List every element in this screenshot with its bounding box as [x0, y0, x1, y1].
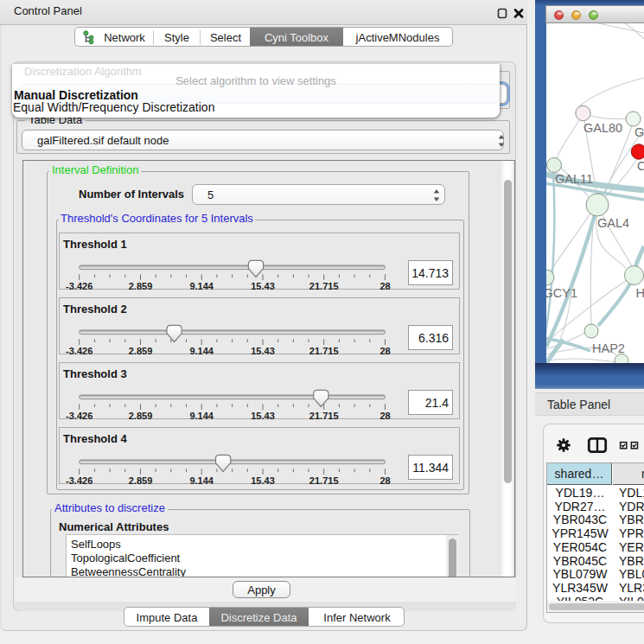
- svg-text:9.144: 9.144: [189, 281, 214, 291]
- svg-text:CYC: CYC: [637, 159, 644, 173]
- svg-text:9.144: 9.144: [189, 346, 214, 356]
- svg-text:15.43: 15.43: [251, 411, 275, 421]
- svg-text:HAP2: HAP2: [592, 341, 625, 355]
- svg-text:28: 28: [379, 281, 390, 291]
- svg-text:15.43: 15.43: [251, 281, 275, 291]
- svg-text:15.43: 15.43: [251, 475, 275, 486]
- svg-text:-3.426: -3.426: [66, 346, 92, 356]
- svg-text:GAL11: GAL11: [555, 172, 593, 186]
- svg-text:-3.426: -3.426: [66, 281, 92, 291]
- svg-text:GCY1: GCY1: [546, 286, 577, 300]
- svg-text:2.859: 2.859: [129, 281, 153, 291]
- svg-text:21.715: 21.715: [309, 475, 339, 486]
- svg-text:21.715: 21.715: [309, 411, 339, 421]
- svg-text:HIS4: HIS4: [636, 286, 644, 300]
- svg-text:2.859: 2.859: [129, 346, 153, 356]
- svg-text:9.144: 9.144: [189, 411, 214, 421]
- svg-text:15.43: 15.43: [251, 346, 275, 356]
- svg-text:9.144: 9.144: [189, 475, 214, 486]
- svg-text:2.859: 2.859: [129, 475, 153, 486]
- svg-text:GAL80: GAL80: [583, 121, 622, 135]
- svg-text:21.715: 21.715: [309, 281, 339, 291]
- svg-text:-3.426: -3.426: [66, 475, 92, 486]
- svg-text:28: 28: [379, 411, 390, 421]
- svg-text:28: 28: [379, 346, 390, 356]
- svg-text:-3.426: -3.426: [66, 411, 92, 421]
- svg-text:2.859: 2.859: [129, 411, 153, 421]
- svg-text:21.715: 21.715: [309, 346, 339, 356]
- svg-text:GAL3: GAL3: [634, 125, 644, 139]
- svg-text:GAL4: GAL4: [597, 216, 629, 230]
- svg-text:28: 28: [379, 475, 390, 486]
